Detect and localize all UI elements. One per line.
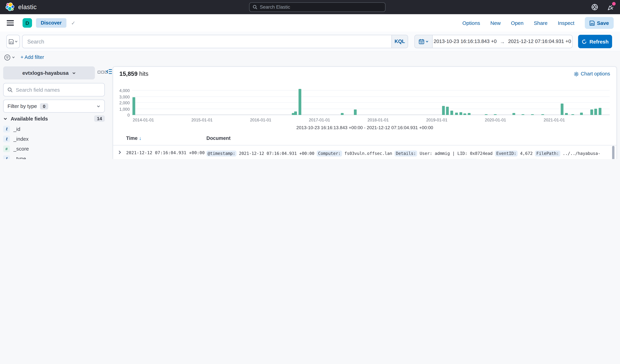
field-name: _type	[14, 156, 26, 159]
query-language-kql-button[interactable]: KQL	[391, 35, 408, 48]
histogram-bar[interactable]	[560, 103, 563, 115]
time-cell: 2021-12-12 07:16:04.931 +00:00	[126, 150, 205, 155]
number-type-icon: #	[3, 146, 10, 152]
x-axis-tick: 2021-01-01	[544, 117, 565, 122]
field-name-pill: EventID:	[495, 151, 518, 157]
field-item-_id[interactable]: t_id	[3, 124, 105, 134]
menu-icon[interactable]	[7, 20, 14, 26]
date-start-value[interactable]: 2013-10-23 16:16:13.843 +0	[434, 39, 497, 44]
share-button[interactable]: Share	[534, 20, 547, 26]
time-column-header[interactable]: Time ↓	[126, 136, 141, 141]
document-cell[interactable]: @timestamp: 2021-12-12 07:16:04.931 +00:…	[206, 149, 606, 159]
histogram-bar[interactable]	[446, 107, 449, 115]
histogram-bar[interactable]	[341, 113, 344, 115]
saved-query-icon	[8, 39, 14, 44]
save-icon	[589, 20, 595, 26]
new-button[interactable]: New	[490, 20, 501, 26]
histogram-bar[interactable]	[354, 109, 356, 115]
elastic-logo[interactable]: elastic	[0, 2, 37, 12]
field-name: _id	[14, 126, 20, 132]
refresh-button[interactable]: Refresh	[578, 35, 612, 48]
inspect-button[interactable]: Inspect	[558, 20, 574, 26]
field-name: _index	[14, 136, 29, 142]
field-item-_index[interactable]: t_index	[3, 134, 105, 144]
global-search-input[interactable]: Search Elastic	[249, 2, 386, 12]
vertical-scrollbar[interactable]	[612, 146, 615, 159]
histogram-bar[interactable]	[580, 112, 583, 115]
saved-state-check-icon: ✓	[71, 20, 75, 26]
histogram-bar[interactable]	[450, 111, 453, 115]
chevron-down-icon	[72, 71, 76, 75]
histogram-bar[interactable]	[521, 114, 524, 115]
available-fields-count-badge: 14	[94, 115, 105, 122]
histogram-bar[interactable]	[455, 113, 458, 115]
chevron-down-icon[interactable]	[12, 56, 15, 59]
histogram-bar[interactable]	[494, 114, 496, 115]
field-item-_type[interactable]: t_type	[3, 154, 105, 159]
x-axis-tick: 2019-01-01	[426, 117, 447, 122]
help-icon[interactable]	[591, 4, 598, 11]
histogram-bar[interactable]	[294, 111, 297, 115]
whats-new-icon[interactable]	[607, 3, 614, 11]
x-axis-tick: 2015-01-01	[191, 117, 213, 122]
add-filter-button[interactable]: + Add filter	[21, 55, 44, 60]
x-axis-tick: 2020-01-01	[485, 117, 506, 122]
histogram-bar[interactable]	[599, 108, 602, 115]
index-pattern-switcher[interactable]: evtxlogs-hayabusa	[3, 66, 95, 80]
histogram-bar[interactable]	[459, 112, 462, 115]
date-range-arrow-icon: →	[500, 39, 505, 44]
histogram-bar[interactable]	[565, 113, 568, 115]
breadcrumb-discover[interactable]: Discover	[36, 18, 66, 28]
histogram-bar[interactable]	[298, 89, 301, 115]
global-search-placeholder: Search Elastic	[260, 4, 290, 10]
histogram-bar[interactable]	[531, 114, 534, 115]
histogram-bar[interactable]	[292, 113, 294, 115]
expand-row-icon[interactable]	[118, 150, 122, 155]
query-placeholder: Search	[22, 39, 391, 44]
saved-query-menu-button[interactable]	[6, 35, 20, 48]
filter-set-icon[interactable]	[4, 54, 11, 61]
string-type-icon: t	[3, 126, 10, 132]
date-quick-select-button[interactable]	[415, 35, 433, 48]
discover-main-panel: 15,859 hits Chart options 4,0003,0002,00…	[113, 66, 617, 159]
field-search-input[interactable]: Search field names	[3, 83, 105, 97]
save-button[interactable]: Save	[585, 17, 614, 29]
field-name-pill: message:	[515, 159, 538, 159]
histogram-chart[interactable]	[132, 88, 610, 115]
histogram-bar[interactable]	[572, 114, 574, 115]
histogram-bar[interactable]	[590, 109, 593, 115]
y-axis-tick: 3,000	[119, 94, 130, 99]
x-axis-labels: 2014-01-012015-01-012016-01-012017-01-01…	[132, 117, 610, 123]
histogram-bar[interactable]	[442, 106, 445, 115]
y-axis-tick: 0	[127, 113, 130, 117]
histogram-bar[interactable]	[512, 113, 515, 115]
discover-app: elastic Search Elastic	[0, 0, 620, 159]
x-axis-tick: 2014-01-01	[133, 117, 154, 122]
chart-options-button[interactable]: Chart options	[574, 71, 610, 77]
notification-dot	[612, 2, 616, 5]
histogram-bar[interactable]	[133, 97, 135, 115]
histogram-bar[interactable]	[464, 114, 466, 115]
field-name-pill: FilePath:	[535, 151, 560, 157]
date-end-value[interactable]: 2021-12-12 07:16:04.931 +0	[508, 39, 571, 44]
histogram-bar[interactable]	[541, 114, 544, 115]
field-name: _score	[14, 146, 29, 152]
query-input[interactable]: Search KQL	[22, 35, 408, 48]
date-range-picker[interactable]: 2013-10-23 16:16:13.843 +0 → 2021-12-12 …	[414, 35, 573, 48]
histogram-bar[interactable]	[485, 114, 487, 115]
string-type-icon: t	[3, 136, 10, 142]
x-axis-tick: 2017-01-01	[309, 117, 330, 122]
histogram-bar[interactable]	[594, 109, 597, 115]
hits-count: 15,859 hits	[119, 70, 148, 77]
options-button[interactable]: Options	[462, 20, 480, 26]
space-avatar[interactable]: D	[22, 18, 32, 28]
histogram-bar[interactable]	[468, 113, 471, 115]
collapse-sidebar-icon[interactable]	[106, 69, 112, 74]
available-fields-header[interactable]: Available fields 14	[3, 115, 105, 122]
elastic-logo-icon	[5, 2, 15, 12]
field-name-pill: Details:	[395, 151, 417, 157]
open-button[interactable]: Open	[511, 20, 524, 26]
field-name-pill: Level:	[460, 159, 478, 159]
field-item-_score[interactable]: #_score	[3, 144, 105, 154]
filter-by-type-button[interactable]: Filter by type 0	[3, 100, 105, 113]
